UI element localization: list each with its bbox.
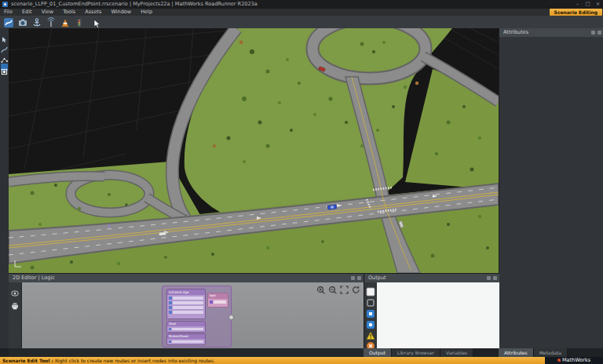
attributes-panel: Attributes — [499, 28, 603, 348]
spline-node-tool-icon[interactable] — [1, 52, 8, 59]
status-message: Right click to create new routes or inse… — [55, 358, 215, 363]
error-messages-icon[interactable] — [366, 339, 375, 348]
menu-view[interactable]: View — [38, 9, 57, 16]
diagnostic-messages-icon[interactable] — [366, 318, 375, 327]
brand-text: MathWorks — [562, 357, 590, 363]
logic-phase-container[interactable]: Initialize Age Wait Goal — [162, 286, 232, 348]
panel-options-icon[interactable] — [351, 276, 355, 280]
route-curve-tool-icon[interactable] — [1, 42, 8, 49]
info-messages-icon[interactable] — [366, 307, 375, 316]
title-bar: scenario_LLPP_01_CustomEndPoint.rrscenar… — [0, 0, 603, 9]
window-title: scenario_LLPP_01_CustomEndPoint.rrscenar… — [11, 0, 258, 9]
zoom-in-icon[interactable] — [318, 287, 325, 294]
editor-2d-title: 2D Editor | Logic — [13, 275, 55, 281]
action-icon — [169, 340, 171, 343]
output-panel-header: Output — [364, 274, 499, 282]
panel-options-icon[interactable] — [591, 31, 595, 35]
action-icon — [169, 297, 172, 300]
output-filter-strip — [364, 282, 377, 349]
maximize-button[interactable]: □ — [583, 0, 593, 9]
zoom-fit-icon[interactable] — [341, 286, 348, 293]
output-log-area[interactable] — [377, 282, 499, 349]
signal-tool-icon[interactable] — [46, 16, 57, 27]
roadrunner-window: scenario_LLPP_01_CustomEndPoint.rrscenar… — [0, 0, 603, 364]
panel-float-icon[interactable] — [493, 276, 497, 280]
anchor-tool-icon[interactable] — [31, 16, 42, 27]
select-arrow-tool-icon[interactable] — [1, 31, 8, 38]
panel-options-icon[interactable] — [487, 276, 491, 280]
canvas-zoom-controls — [316, 284, 362, 294]
tab-metadata[interactable]: Metadata — [534, 348, 568, 357]
minimize-button[interactable]: – — [572, 0, 583, 9]
traffic-light-tool-icon[interactable] — [74, 16, 85, 27]
menu-bar: File Edit View Tools Assets Window Help — [0, 9, 603, 16]
menu-file[interactable]: File — [0, 9, 16, 16]
status-bar: Scenario Edit Tool : Right click to crea… — [0, 357, 603, 364]
node-action-row[interactable] — [169, 305, 203, 309]
node-initialize-label: Initialize Age — [167, 289, 205, 295]
vehicle-white-sedan[interactable] — [159, 232, 166, 236]
scene-3d — [9, 28, 499, 273]
tab-variables[interactable]: Variables — [440, 348, 473, 357]
tab-attributes[interactable]: Attributes — [499, 348, 534, 357]
editor-2d-tool-strip — [9, 282, 22, 349]
menu-tools[interactable]: Tools — [59, 9, 79, 16]
editor-2d-mode-icon[interactable] — [1, 64, 8, 71]
zoom-out-icon[interactable] — [330, 287, 337, 294]
node-action-row[interactable] — [169, 300, 203, 304]
all-messages-icon[interactable] — [366, 285, 375, 294]
plain-messages-icon[interactable] — [366, 296, 375, 305]
camera-tool-icon[interactable] — [17, 16, 28, 27]
editor-2d-panel: 2D Editor | Logic Initialize Age — [9, 273, 364, 349]
menu-window[interactable]: Window — [107, 9, 135, 16]
graph-out-port[interactable] — [228, 315, 234, 320]
action-icon — [169, 301, 172, 304]
mathworks-logo-icon — [557, 359, 561, 362]
close-button[interactable]: × — [593, 0, 603, 9]
tab-library-browser[interactable]: Library Browser — [392, 348, 440, 357]
menu-edit[interactable]: Edit — [18, 9, 36, 16]
output-panel: Output — [364, 273, 499, 349]
node-brokendown-label: BrokenDown — [167, 334, 205, 339]
app-icon — [2, 2, 8, 7]
panel-float-icon[interactable] — [598, 31, 601, 35]
scenario-select-tool-icon[interactable] — [3, 16, 14, 27]
menu-assets[interactable]: Assets — [81, 9, 105, 16]
tab-output[interactable]: Output — [364, 348, 392, 357]
warning-messages-icon[interactable] — [366, 329, 375, 338]
cone-tool-icon[interactable] — [60, 16, 71, 27]
bottom-tab-band: OutputLibrary BrowserVariables Attribute… — [0, 348, 603, 357]
editor-2d-header: 2D Editor | Logic — [9, 274, 364, 282]
print-layout-icon[interactable] — [11, 298, 19, 313]
action-icon — [169, 328, 171, 330]
mouse-cursor — [93, 17, 104, 28]
logic-graph-canvas[interactable]: Initialize Age Wait Goal — [22, 282, 364, 349]
node-initialize[interactable]: Initialize Age — [166, 289, 206, 319]
node-action-row[interactable] — [169, 310, 203, 314]
attributes-panel-title: Attributes — [503, 29, 528, 35]
action-icon — [169, 311, 172, 314]
action-icon — [210, 300, 213, 304]
tab-band-spacer — [9, 348, 364, 357]
node-wait-label: Wait — [208, 293, 228, 299]
viewport-3d[interactable] — [9, 28, 499, 273]
node-action-row[interactable] — [169, 296, 203, 300]
action-icon — [169, 306, 172, 309]
main-toolbar — [0, 16, 603, 29]
node-wait[interactable]: Wait — [207, 293, 228, 308]
output-panel-title: Output — [368, 275, 386, 281]
status-tool-name: Scenario Edit Tool : — [2, 358, 53, 363]
reset-view-icon[interactable] — [353, 286, 359, 293]
node-brokendown[interactable]: BrokenDown — [166, 333, 206, 345]
scenario-editing-badge[interactable]: Scenario Editing — [550, 9, 602, 16]
attributes-panel-header: Attributes — [499, 28, 603, 37]
vehicle-blue-sedan[interactable] — [327, 205, 337, 209]
brand-block: MathWorks — [545, 357, 603, 364]
node-goal-label: Goal — [167, 322, 205, 326]
menu-help[interactable]: Help — [137, 9, 156, 16]
node-goal[interactable]: Goal — [166, 321, 206, 333]
panel-float-icon[interactable] — [357, 276, 361, 280]
pedestrian-marker[interactable] — [108, 224, 110, 227]
